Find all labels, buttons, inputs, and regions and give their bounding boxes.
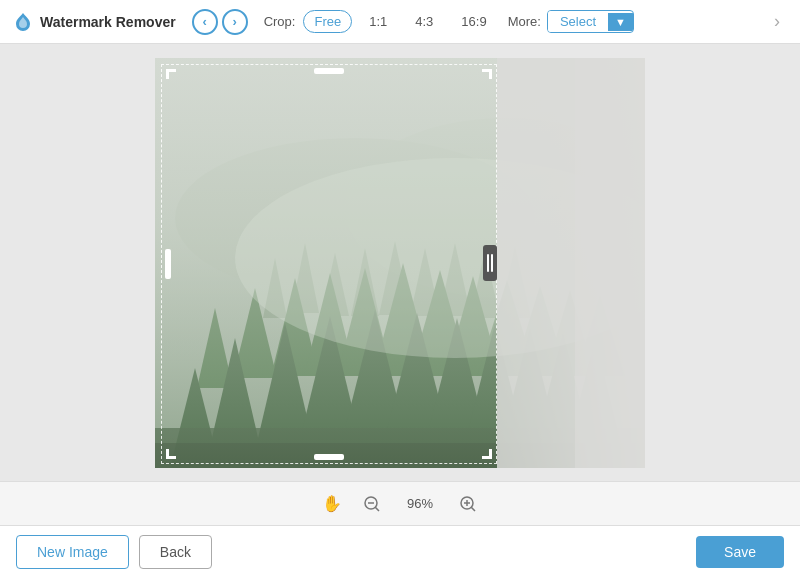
toolbar: Watermark Remover ‹ › Crop: Free 1:1 4:3… — [0, 0, 800, 44]
logo-icon — [12, 11, 34, 33]
back-button[interactable]: Back — [139, 535, 212, 569]
svg-line-43 — [375, 507, 379, 511]
crop-free[interactable]: Free — [303, 10, 352, 33]
app-logo: Watermark Remover — [12, 11, 176, 33]
toolbar-right: › — [766, 7, 788, 36]
crop-right-edge-handle[interactable] — [483, 245, 497, 281]
zoom-percent-label: 96% — [400, 496, 440, 511]
more-label: More: — [508, 14, 541, 29]
app-title: Watermark Remover — [40, 14, 176, 30]
crop-4-3[interactable]: 4:3 — [404, 10, 444, 33]
zoom-in-button[interactable] — [456, 492, 480, 516]
next-button[interactable]: › — [766, 7, 788, 36]
image-container — [155, 58, 645, 468]
zoom-in-icon — [459, 495, 477, 513]
select-text: Select — [548, 11, 608, 32]
zoom-out-button[interactable] — [360, 492, 384, 516]
zoom-out-icon — [363, 495, 381, 513]
chevron-down-icon: ▼ — [608, 13, 633, 31]
zoom-bar: ✋ 96% — [0, 481, 800, 525]
crop-1-1[interactable]: 1:1 — [358, 10, 398, 33]
crop-label: Crop: — [264, 14, 296, 29]
save-button[interactable]: Save — [696, 536, 784, 568]
handle-line — [487, 254, 489, 272]
handle-line — [491, 254, 493, 272]
crop-options: Free 1:1 4:3 16:9 — [303, 10, 497, 33]
forest-image — [155, 58, 645, 468]
forest-svg — [155, 58, 645, 468]
svg-line-47 — [471, 507, 475, 511]
main-canvas-area — [0, 44, 800, 481]
forward-nav-button[interactable]: › — [222, 9, 248, 35]
back-nav-button[interactable]: ‹ — [192, 9, 218, 35]
nav-buttons: ‹ › — [192, 9, 248, 35]
crop-16-9[interactable]: 16:9 — [450, 10, 497, 33]
svg-rect-40 — [575, 58, 645, 468]
new-image-button[interactable]: New Image — [16, 535, 129, 569]
footer: New Image Back Save — [0, 525, 800, 577]
select-dropdown[interactable]: Select ▼ — [547, 10, 634, 33]
hand-tool-button[interactable]: ✋ — [320, 492, 344, 516]
